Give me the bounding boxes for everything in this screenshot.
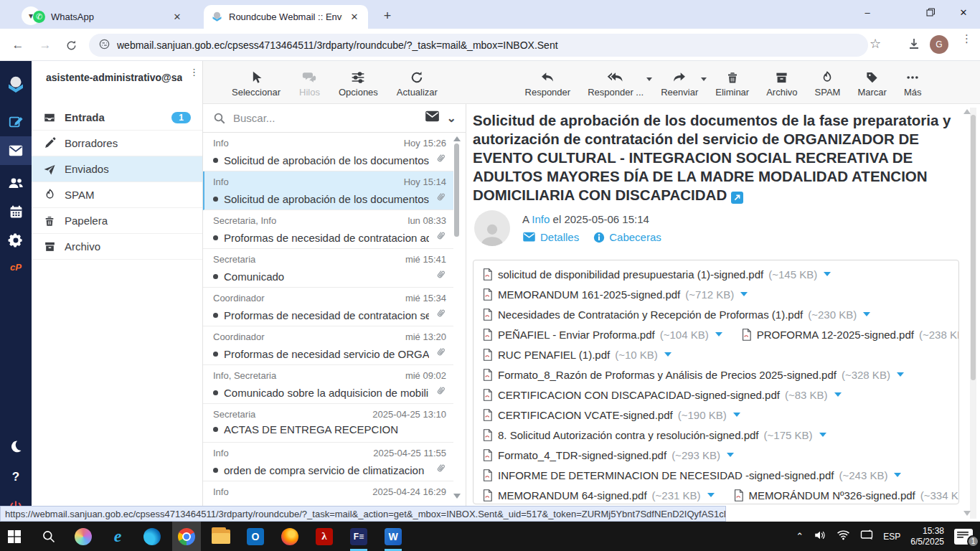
- threads-button[interactable]: Hilos: [299, 70, 320, 98]
- attachment-item[interactable]: solicitud de disponibilidad presupuestar…: [482, 268, 831, 281]
- open-in-new-window-icon[interactable]: [731, 192, 743, 204]
- message-row[interactable]: Secretaria2025-04-25 13:10 ACTAS DE ENTR…: [203, 404, 453, 443]
- new-tab-button[interactable]: +: [379, 7, 396, 24]
- list-scroll-up-icon[interactable]: [453, 136, 461, 141]
- clock[interactable]: 15:38 6/5/2025: [910, 526, 944, 547]
- cpanel-button[interactable]: cP: [0, 253, 32, 281]
- wifi-icon[interactable]: [837, 529, 850, 543]
- attachment-menu-icon[interactable]: [819, 433, 826, 437]
- window-close-button[interactable]: ✕: [947, 0, 980, 24]
- forms-app-icon[interactable]: F≡: [344, 522, 373, 551]
- sidebar-item-archivo[interactable]: Archivo: [32, 234, 202, 260]
- message-row-selected[interactable]: InfoHoy 15:14 Solicitud de aprobación de…: [203, 171, 453, 210]
- firefox-icon[interactable]: [275, 522, 304, 551]
- copilot-icon[interactable]: [69, 522, 98, 551]
- profile-avatar[interactable]: G: [930, 35, 948, 54]
- edge-icon[interactable]: [138, 522, 166, 551]
- message-row[interactable]: InfoHoy 15:26 Solicitud de aprobación de…: [203, 133, 453, 171]
- attachment-menu-icon[interactable]: [740, 292, 748, 296]
- attachment-menu-icon[interactable]: [894, 473, 901, 477]
- chrome-icon[interactable]: [172, 522, 201, 551]
- tray-expand-icon[interactable]: ⌃: [796, 531, 804, 542]
- message-row[interactable]: Info2025-04-25 11:55 orden de compra ser…: [203, 443, 453, 481]
- attachment-item[interactable]: PEÑAFIEL - Enviar Proforma.pdf(~104 KB): [482, 329, 722, 341]
- attachment-item[interactable]: RUC PENAFIEL (1).pdf(~10 KB): [482, 349, 672, 361]
- headers-toggle[interactable]: Cabeceras: [593, 231, 661, 243]
- attachment-menu-icon[interactable]: [664, 352, 672, 357]
- message-row[interactable]: Secretaria, Infolun 08:33 Proformas de n…: [203, 210, 453, 249]
- attachment-menu-icon[interactable]: [863, 312, 870, 316]
- reload-button[interactable]: [62, 36, 80, 55]
- word-icon[interactable]: W: [379, 522, 407, 551]
- calendar-nav-button[interactable]: [0, 197, 32, 226]
- start-button[interactable]: [0, 522, 29, 551]
- mark-button[interactable]: Marcar: [857, 70, 886, 98]
- sidebar-item-enviados[interactable]: Enviados: [32, 156, 202, 182]
- attachment-item[interactable]: MEMORANDUM 64-signed.pdf(~231 KB): [482, 489, 715, 501]
- browser-menu-icon[interactable]: ⋮: [961, 35, 971, 42]
- attachment-menu-icon[interactable]: [897, 372, 904, 377]
- attachment-item[interactable]: Formato_8_Razón de Proformas y Análisis …: [482, 369, 904, 381]
- recipient-link[interactable]: Info: [532, 213, 550, 225]
- message-scrollbar-thumb[interactable]: [971, 115, 976, 380]
- help-icon[interactable]: ?: [0, 463, 32, 491]
- cast-icon[interactable]: [860, 529, 873, 543]
- more-button[interactable]: Más: [904, 70, 922, 98]
- language-indicator[interactable]: ESP: [883, 532, 900, 542]
- attachment-menu-icon[interactable]: [824, 272, 831, 276]
- bookmark-star-icon[interactable]: ☆: [870, 36, 881, 52]
- outlook-icon[interactable]: O: [241, 522, 270, 551]
- attachment-item[interactable]: CERTIFICACION VCATE-signed.pdf(~190 KB): [482, 409, 740, 421]
- sidebar-item-entrada[interactable]: Entrada 1: [32, 105, 202, 131]
- compose-button[interactable]: [0, 108, 32, 136]
- volume-icon[interactable]: [814, 529, 826, 544]
- taskbar-search-button[interactable]: [34, 522, 63, 551]
- attachment-menu-icon[interactable]: [727, 453, 734, 457]
- forward-button[interactable]: Reenviar: [661, 70, 698, 98]
- search-input[interactable]: [233, 112, 405, 124]
- message-row[interactable]: Coordinadormié 13:20 Proformas de necesi…: [203, 326, 453, 365]
- attachment-menu-icon[interactable]: [834, 392, 842, 397]
- attachment-menu-icon[interactable]: [715, 332, 722, 336]
- attachment-item[interactable]: PROFORMA 12-2025-signed.pdf(~238 KB): [741, 329, 959, 341]
- mail-nav-button[interactable]: [0, 136, 32, 165]
- list-scroll-down-icon[interactable]: [453, 494, 461, 499]
- tab-close-icon[interactable]: ✕: [348, 11, 361, 24]
- details-toggle[interactable]: Detalles: [522, 231, 579, 243]
- account-menu-icon[interactable]: ⋮: [189, 70, 197, 75]
- attachment-item[interactable]: INFORME DE DETERMINACION DE NECESIDAD -s…: [482, 469, 901, 481]
- internet-explorer-icon[interactable]: e: [103, 522, 132, 551]
- list-scrollbar-thumb[interactable]: [454, 143, 459, 237]
- attachment-item[interactable]: CERTIFICACION CON DISCAPACIDAD-signed-si…: [482, 389, 842, 401]
- search-options-chevron-icon[interactable]: ⌄: [447, 111, 456, 125]
- site-info-icon[interactable]: [99, 39, 110, 52]
- address-bar[interactable]: webmail.sanjuan.gob.ec/cpsess4713464511/…: [89, 34, 868, 57]
- attachment-item[interactable]: Necesidades de Contratación y Recepción …: [482, 309, 870, 321]
- tab-roundcube[interactable]: Roundcube Webmail :: Enviados ✕: [204, 5, 368, 29]
- reply-all-button[interactable]: Responder ...: [588, 70, 644, 98]
- archive-button[interactable]: Archivo: [766, 70, 797, 98]
- forward-dropdown-icon[interactable]: [701, 77, 707, 81]
- sidebar-item-papelera[interactable]: Papelera: [32, 208, 202, 234]
- reply-all-dropdown-icon[interactable]: [646, 77, 652, 81]
- attachment-menu-icon[interactable]: [733, 413, 740, 417]
- attachment-menu-icon[interactable]: [707, 493, 715, 497]
- attachment-item[interactable]: MEMORANDUM 161-2025-signed.pdf(~712 KB): [482, 288, 748, 301]
- message-row[interactable]: Secretariamié 15:41 Comunicado: [203, 249, 453, 288]
- message-row[interactable]: Info, Secretariamié 09:02 Comunicado sob…: [203, 365, 453, 404]
- pane-scroll-up-icon[interactable]: [963, 109, 971, 114]
- attachment-item[interactable]: MEMORÁNDUM Nº326-signed.pdf(~334 KB): [733, 489, 959, 501]
- acrobat-icon[interactable]: λ: [310, 522, 339, 551]
- pane-scroll-down-icon[interactable]: [963, 511, 971, 516]
- refresh-button[interactable]: Actualizar: [397, 70, 438, 98]
- file-explorer-icon[interactable]: [207, 522, 235, 551]
- reply-button[interactable]: Responder: [525, 70, 571, 98]
- window-restore-button[interactable]: [914, 0, 947, 24]
- sidebar-item-borradores[interactable]: Borradores: [32, 131, 202, 156]
- spam-button[interactable]: SPAM: [815, 70, 841, 98]
- forward-button[interactable]: →: [36, 36, 55, 55]
- dark-mode-icon[interactable]: [0, 432, 32, 461]
- attachment-item[interactable]: 8. Solicitud Autorización contra y resol…: [482, 429, 826, 441]
- contacts-nav-button[interactable]: [0, 169, 32, 197]
- options-button[interactable]: Opciones: [339, 70, 378, 98]
